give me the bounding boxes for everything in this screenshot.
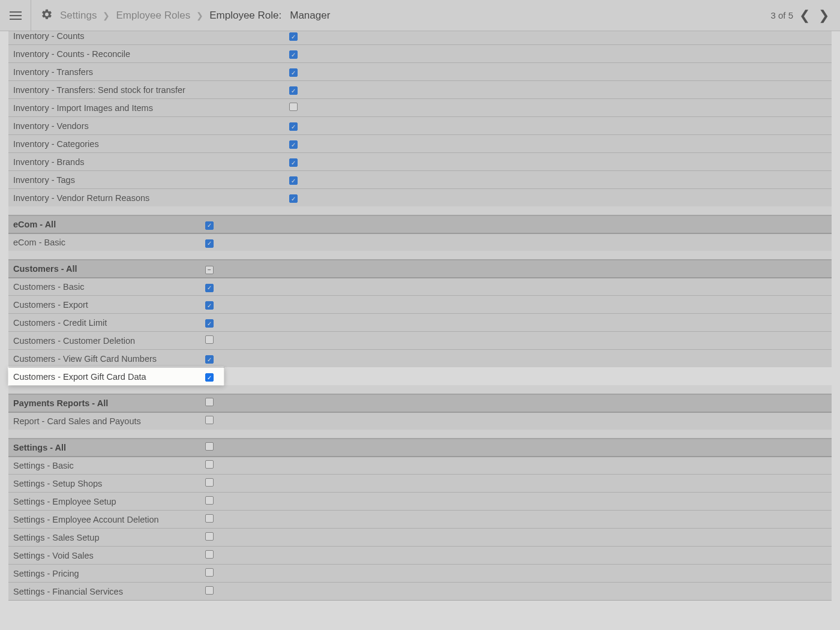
permission-label: Settings - Basic: [8, 461, 200, 470]
checkbox[interactable]: [289, 103, 298, 111]
checkbox[interactable]: [289, 32, 298, 41]
permission-label: Settings - Sales Setup: [8, 533, 200, 542]
checkbox[interactable]: [205, 496, 214, 505]
checkbox[interactable]: [205, 416, 214, 424]
breadcrumb-current-label: Employee Role:: [209, 10, 281, 22]
hamburger-icon: [10, 11, 22, 20]
section-header: Payments Reports - All: [8, 394, 832, 412]
permission-label: Customers - Export: [8, 300, 200, 310]
section-label: Settings - All: [8, 443, 200, 452]
gear-icon: [41, 8, 53, 23]
checkbox[interactable]: [205, 586, 214, 595]
checkbox[interactable]: [289, 194, 298, 203]
checkbox[interactable]: [205, 221, 214, 230]
breadcrumb-settings[interactable]: Settings: [60, 10, 97, 22]
permission-label: Inventory - Counts - Reconcile: [8, 49, 284, 59]
checkbox[interactable]: [205, 532, 214, 541]
checkbox[interactable]: [289, 50, 298, 59]
permission-label: Inventory - Import Images and Items: [8, 103, 284, 113]
permission-row: Report - Card Sales and Payouts: [8, 412, 832, 430]
checkbox[interactable]: [205, 355, 214, 364]
permission-row: Customers - Export: [8, 295, 832, 313]
section-header: Settings - All: [8, 438, 832, 456]
section-header: eCom - All: [8, 215, 832, 233]
permission-label: Inventory - Transfers: Send stock for tr…: [8, 85, 284, 95]
permission-label: Settings - Void Sales: [8, 551, 200, 560]
permission-row: Inventory - Vendors: [8, 116, 832, 134]
checkbox[interactable]: [205, 460, 214, 469]
checkbox[interactable]: [205, 478, 214, 487]
permission-row: Settings - Setup Shops: [8, 474, 832, 492]
permission-label: Customers - Credit Limit: [8, 318, 200, 328]
permission-row: Customers - Basic: [8, 277, 832, 295]
permission-label: Customers - Customer Deletion: [8, 336, 200, 346]
permission-row: Customers - View Gift Card Numbers: [8, 349, 832, 367]
content-area: Inventory - CountsInventory - Counts - R…: [0, 31, 840, 630]
section-label: Customers - All: [8, 264, 200, 274]
permission-row: Settings - Sales Setup: [8, 528, 832, 546]
checkbox[interactable]: [289, 176, 298, 185]
permission-label: Customers - Basic: [8, 282, 200, 292]
checkbox[interactable]: [205, 442, 214, 451]
checkbox[interactable]: [205, 335, 214, 344]
permission-row: Inventory - Brands: [8, 152, 832, 170]
chevron-right-icon: ❯: [103, 11, 110, 20]
permission-row: Inventory - Tags: [8, 170, 832, 188]
breadcrumb-current-value: Manager: [290, 10, 330, 22]
permission-row: Settings - Void Sales: [8, 546, 832, 564]
permission-label: Inventory - Categories: [8, 139, 284, 149]
checkbox[interactable]: [205, 301, 214, 310]
checkbox[interactable]: [289, 122, 298, 131]
checkbox[interactable]: [289, 158, 298, 167]
section-label: eCom - All: [8, 220, 200, 229]
pager-prev[interactable]: ❮: [797, 8, 812, 23]
permission-row: Inventory - Transfers: [8, 62, 832, 80]
checkbox[interactable]: [205, 514, 214, 523]
permission-row: Inventory - Counts - Reconcile: [8, 44, 832, 62]
checkbox[interactable]: [205, 319, 214, 328]
checkbox[interactable]: [205, 266, 214, 274]
permission-row: Customers - Export Gift Card Data: [8, 367, 224, 385]
checkbox[interactable]: [205, 568, 214, 577]
checkbox[interactable]: [289, 140, 298, 149]
checkbox[interactable]: [205, 284, 214, 292]
checkbox[interactable]: [205, 550, 214, 559]
permission-row: Customers - Customer Deletion: [8, 331, 832, 349]
checkbox[interactable]: [205, 373, 214, 382]
pager-next[interactable]: ❯: [816, 8, 832, 23]
checkbox[interactable]: [205, 239, 214, 248]
permission-label: Inventory - Counts: [8, 31, 284, 41]
permission-row: Settings - Employee Account Deletion: [8, 510, 832, 528]
permission-label: Report - Card Sales and Payouts: [8, 416, 200, 426]
app-header: Settings ❯ Employee Roles ❯ Employee Rol…: [0, 0, 840, 31]
checkbox[interactable]: [289, 86, 298, 95]
permission-label: Inventory - Vendors: [8, 121, 284, 131]
permission-row: Settings - Pricing: [8, 564, 832, 582]
breadcrumb: Settings ❯ Employee Roles ❯ Employee Rol…: [60, 10, 330, 22]
permission-row: Customers - Credit Limit: [8, 313, 832, 331]
permission-row: Settings - Financial Services: [8, 582, 832, 600]
permission-label: Settings - Employee Setup: [8, 497, 200, 506]
section-header: Customers - All: [8, 259, 832, 277]
permission-label: Inventory - Vendor Return Reasons: [8, 193, 284, 203]
permission-row: Inventory - Counts: [8, 31, 832, 44]
checkbox[interactable]: [205, 398, 214, 406]
permission-row: Inventory - Import Images and Items: [8, 98, 832, 116]
permission-label: Inventory - Transfers: [8, 67, 284, 77]
permission-label: Inventory - Tags: [8, 175, 284, 185]
permissions-table: Inventory - CountsInventory - Counts - R…: [8, 31, 832, 601]
permission-label: Settings - Financial Services: [8, 587, 200, 596]
permission-row: Inventory - Transfers: Send stock for tr…: [8, 80, 832, 98]
checkbox[interactable]: [289, 68, 298, 77]
chevron-right-icon: ❯: [196, 11, 203, 20]
permission-label: Inventory - Brands: [8, 157, 284, 167]
permission-row: Settings - Basic: [8, 456, 832, 474]
permission-row: eCom - Basic: [8, 233, 832, 251]
breadcrumb-employee-roles[interactable]: Employee Roles: [116, 10, 190, 22]
permission-label: Settings - Employee Account Deletion: [8, 515, 200, 524]
menu-button[interactable]: [0, 0, 31, 31]
permission-label: Customers - Export Gift Card Data: [8, 372, 200, 382]
permission-row: Inventory - Vendor Return Reasons: [8, 188, 832, 206]
permission-label: Settings - Setup Shops: [8, 479, 200, 488]
permission-label: Settings - Pricing: [8, 569, 200, 578]
